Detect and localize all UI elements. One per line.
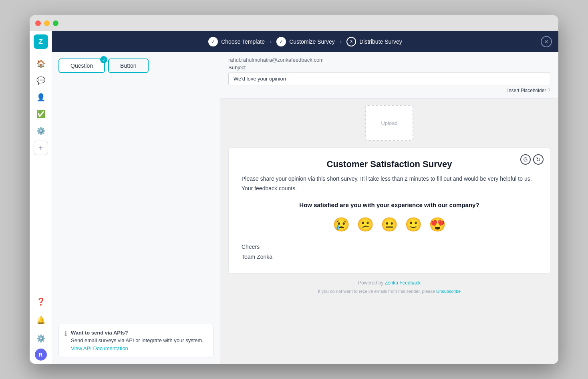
main-content: ✓ Choose Template › ✓ Customize Survey › — [52, 31, 558, 364]
grammarly-refresh-icon[interactable]: ↻ — [533, 154, 544, 165]
email-card: G ↻ Customer Satisfaction Survey Please … — [228, 147, 550, 274]
sidebar-item-help[interactable]: ❓ — [34, 294, 48, 309]
emoji-2[interactable]: 😕 — [357, 216, 374, 232]
step3-circle: 3 — [346, 37, 356, 46]
close-window-button[interactable] — [35, 20, 41, 26]
survey-question: How satisfied are you with your experien… — [242, 202, 537, 208]
subject-label: Subject — [228, 65, 550, 71]
emoji-1[interactable]: 😢 — [333, 216, 350, 232]
unsubscribe-prefix: If you do not want to receive emails fro… — [318, 289, 436, 294]
card-icons: G ↻ — [520, 154, 544, 165]
insert-placeholder-label[interactable]: Insert Placeholder — [507, 88, 546, 93]
emoji-4[interactable]: 🙂 — [405, 216, 422, 232]
api-info-box: ℹ Want to send via APIs? Send email surv… — [58, 324, 213, 358]
cheers-line2: Team Zonka — [242, 254, 272, 260]
unsubscribe-text: If you do not want to receive emails fro… — [228, 289, 550, 294]
sidebar-item-settings[interactable]: ⚙️ — [34, 331, 48, 346]
minimize-window-button[interactable] — [44, 20, 50, 26]
upload-label: Upload — [381, 120, 397, 126]
step3-number: 3 — [350, 39, 352, 44]
step2-check-icon: ✓ — [279, 39, 283, 44]
powered-by-text: Powered by — [358, 280, 385, 286]
tab-button[interactable]: Button — [108, 58, 148, 73]
survey-body: Please share your opinion via this short… — [242, 174, 537, 194]
content-area: Question ✓ Button ℹ Want to send via API… — [52, 52, 558, 364]
sidebar-item-add[interactable]: + — [34, 141, 48, 155]
subject-input[interactable] — [228, 72, 550, 85]
api-doc-link[interactable]: View API Documentation — [71, 345, 128, 351]
step1-check-icon: ✓ — [211, 39, 215, 44]
emoji-row: 😢 😕 😐 🙂 😍 — [242, 216, 537, 232]
avatar[interactable]: R — [35, 349, 47, 361]
question-badge: ✓ — [100, 56, 107, 63]
sidebar-logo[interactable]: Z — [34, 34, 48, 49]
sidebar-item-integrations[interactable]: ⚙️ — [34, 124, 48, 138]
upload-box[interactable]: Upload — [365, 105, 413, 141]
left-panel: Question ✓ Button ℹ Want to send via API… — [52, 52, 220, 364]
step1-circle: ✓ — [208, 37, 218, 46]
api-body: Send email surveys via API or integrate … — [71, 337, 203, 343]
app-body: Z 🏠 💬 👤 ✅ ⚙️ + ❓ 🔔 ⚙️ R ✓ — [30, 31, 558, 364]
survey-title: Customer Satisfaction Survey — [242, 159, 537, 169]
close-wizard-button[interactable]: ✕ — [541, 36, 552, 47]
nav-step-2[interactable]: ✓ Customize Survey — [276, 37, 335, 46]
info-icon: ℹ — [64, 330, 67, 337]
sidebar-bottom: ❓ 🔔 ⚙️ R — [34, 293, 48, 361]
sidebar-item-messages[interactable]: 💬 — [34, 73, 48, 88]
sidebar: Z 🏠 💬 👤 ✅ ⚙️ + ❓ 🔔 ⚙️ R — [30, 31, 52, 364]
scroll-content: Subject Insert Placeholder ? Upload — [220, 52, 558, 308]
email-preview-area: Upload G ↻ Customer Satisfaction Survey … — [220, 99, 558, 308]
sidebar-item-users[interactable]: 👤 — [34, 90, 48, 105]
unsubscribe-link[interactable]: Unsubscribe — [436, 289, 461, 294]
sidebar-item-notifications[interactable]: 🔔 — [34, 313, 48, 327]
app-window: Z 🏠 💬 👤 ✅ ⚙️ + ❓ 🔔 ⚙️ R ✓ — [30, 15, 558, 364]
nav-steps: ✓ Choose Template › ✓ Customize Survey › — [208, 37, 402, 46]
emoji-5[interactable]: 😍 — [429, 216, 446, 232]
maximize-window-button[interactable] — [53, 20, 58, 26]
email-to-row — [228, 55, 550, 65]
api-title: Want to send via APIs? — [71, 330, 128, 336]
traffic-lights — [35, 20, 58, 26]
sidebar-item-tasks[interactable]: ✅ — [34, 107, 48, 121]
cheers-line1: Cheers — [242, 244, 260, 250]
powered-by-link[interactable]: Zonka Feedback — [385, 280, 421, 286]
email-to-input[interactable] — [228, 57, 550, 63]
step3-label: Distribute Survey — [359, 38, 402, 45]
step2-label: Customize Survey — [289, 38, 335, 45]
nav-arrow-2: › — [340, 38, 342, 45]
nav-arrow-1: › — [270, 38, 272, 45]
step2-circle: ✓ — [276, 37, 286, 46]
placeholder-help-icon: ? — [548, 88, 550, 93]
titlebar — [30, 15, 558, 31]
grammarly-icon[interactable]: G — [520, 154, 531, 165]
cheers-text: Cheers Team Zonka — [242, 242, 537, 262]
tab-buttons: Question ✓ Button — [58, 58, 213, 73]
step1-label: Choose Template — [221, 38, 265, 45]
right-panel[interactable]: Subject Insert Placeholder ? Upload — [220, 52, 558, 364]
tab-question[interactable]: Question ✓ — [58, 58, 105, 73]
sidebar-item-home[interactable]: 🏠 — [34, 56, 48, 71]
powered-by: Powered by Zonka Feedback — [228, 280, 550, 286]
nav-step-1[interactable]: ✓ Choose Template — [208, 37, 265, 46]
api-info-text: Want to send via APIs? Send email survey… — [71, 329, 207, 353]
top-nav: ✓ Choose Template › ✓ Customize Survey › — [52, 31, 558, 52]
insert-placeholder-row: Insert Placeholder ? — [228, 85, 550, 93]
email-header-area: Subject Insert Placeholder ? — [220, 52, 558, 99]
emoji-3[interactable]: 😐 — [381, 216, 398, 232]
nav-step-3[interactable]: 3 Distribute Survey — [346, 37, 402, 46]
